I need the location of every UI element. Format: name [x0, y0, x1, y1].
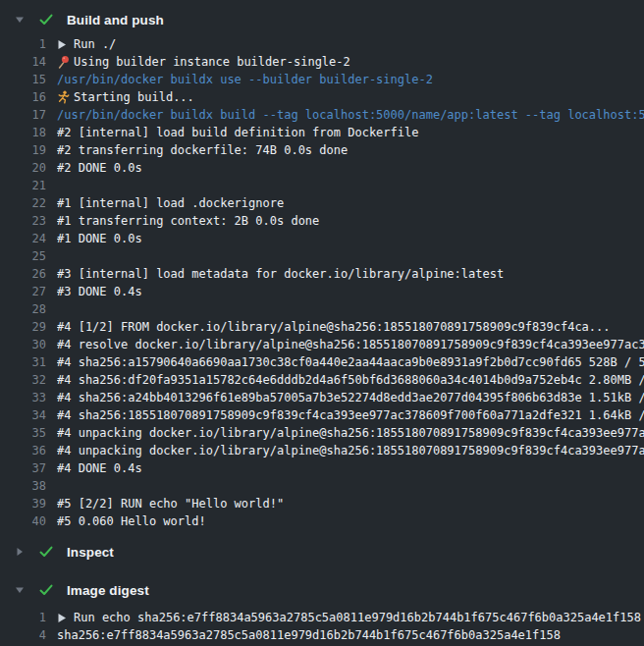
section-header-inspect[interactable]: Inspect [0, 541, 644, 563]
log-line-body: #4 DONE 0.4s [57, 459, 644, 477]
section-header-build-and-push[interactable]: Build and push [0, 9, 644, 30]
log-line-body [57, 247, 644, 265]
log-text: #4 unpacking docker.io/library/alpine@sh… [57, 424, 644, 442]
line-number[interactable]: 32 [0, 371, 46, 389]
log-line: 27 #3 DONE 0.4s [0, 283, 644, 300]
success-check-icon [38, 544, 54, 560]
log-line: 39 #5 [2/2] RUN echo "Hello world!" [0, 495, 644, 512]
pushpin-icon [57, 55, 74, 69]
log-line-body: Starting build... [57, 88, 644, 106]
log-line-body: Run echo sha256:e7ff8834a5963a2785c5a081… [57, 609, 644, 626]
log-line: 23 #1 transferring context: 2B 0.0s done [0, 212, 644, 230]
log-text: #4 resolve docker.io/library/alpine@sha2… [57, 336, 644, 353]
chevron-right-icon[interactable] [15, 547, 25, 557]
line-number[interactable]: 4 [0, 626, 46, 644]
section-title: Build and push [67, 13, 164, 27]
log-line-body: /usr/bin/docker buildx use --builder bui… [57, 71, 644, 88]
success-check-icon [38, 582, 54, 598]
line-number[interactable]: 21 [0, 177, 46, 194]
section-header-image-digest[interactable]: Image digest [0, 579, 644, 601]
line-number[interactable]: 26 [0, 265, 46, 283]
line-number[interactable]: 25 [0, 247, 46, 265]
line-number[interactable]: 31 [0, 353, 46, 371]
line-number[interactable]: 34 [0, 406, 46, 424]
line-number[interactable]: 35 [0, 424, 46, 442]
line-number[interactable]: 38 [0, 477, 46, 495]
log-line-body: #4 sha256:185518070891758909c9f839cf4ca3… [57, 406, 644, 424]
log-line: 18 #2 [internal] load build definition f… [0, 124, 644, 141]
log-line: 16 Starting build... [0, 88, 644, 106]
log-line: 29 #4 [1/2] FROM docker.io/library/alpin… [0, 318, 644, 336]
log-text: #4 sha256:a24bb4013296f61e89ba57005a7b3e… [57, 389, 644, 406]
log-text: #3 [internal] load metadata for docker.i… [57, 265, 504, 283]
line-number[interactable]: 33 [0, 389, 46, 406]
line-number[interactable]: 40 [0, 512, 46, 530]
section-title: Inspect [67, 545, 114, 560]
log-line-body: Run ./ [57, 35, 644, 53]
play-icon[interactable] [57, 613, 74, 623]
line-number[interactable]: 18 [0, 124, 46, 141]
line-number[interactable]: 20 [0, 159, 46, 177]
log-line-body: #1 DONE 0.0s [57, 230, 644, 247]
line-number[interactable]: 28 [0, 300, 46, 318]
log-line-body: #5 [2/2] RUN echo "Hello world!" [57, 495, 644, 512]
log-line: 36 #4 unpacking docker.io/library/alpine… [0, 442, 644, 459]
line-number[interactable]: 17 [0, 106, 46, 124]
log-line-body: #4 resolve docker.io/library/alpine@sha2… [57, 336, 644, 353]
log-text: #4 sha256:df20fa9351a15782c64e6dddb2d4a6… [57, 371, 644, 389]
chevron-down-icon[interactable] [15, 585, 25, 595]
actions-log-pane: Build and push 1 Run ./ 14 Using builder… [0, 9, 644, 646]
line-number[interactable]: 24 [0, 230, 46, 247]
log-text: #1 DONE 0.0s [57, 230, 142, 247]
log-text: #2 [internal] load build definition from… [57, 124, 418, 141]
line-number[interactable]: 29 [0, 318, 46, 336]
log-line: 15 /usr/bin/docker buildx use --builder … [0, 71, 644, 88]
log-line: 21 [0, 177, 644, 194]
log-line-body: #5 0.060 Hello world! [57, 512, 644, 530]
log-line: 35 #4 unpacking docker.io/library/alpine… [0, 424, 644, 442]
log-line: 17 /usr/bin/docker buildx build --tag lo… [0, 106, 644, 124]
log-line: 24 #1 DONE 0.0s [0, 230, 644, 247]
log-line-body: #4 sha256:a15790640a6690aa1730c38cf0a440… [57, 353, 644, 371]
log-text: #5 0.060 Hello world! [57, 512, 206, 530]
log-line-body [57, 300, 644, 318]
line-number[interactable]: 1 [0, 35, 46, 53]
line-number[interactable]: 39 [0, 495, 46, 512]
log-text: #2 transferring dockerfile: 74B 0.0s don… [57, 141, 348, 159]
log-line-body: #1 transferring context: 2B 0.0s done [57, 212, 644, 230]
log-line: 33 #4 sha256:a24bb4013296f61e89ba57005a7… [0, 389, 644, 406]
log-line-body [57, 177, 644, 194]
line-number[interactable]: 22 [0, 194, 46, 212]
log-text: sha256:e7ff8834a5963a2785c5a0811e979d16b… [57, 626, 561, 644]
line-number[interactable]: 1 [0, 609, 46, 626]
log-line: 30 #4 resolve docker.io/library/alpine@s… [0, 336, 644, 353]
log-line-body: #2 [internal] load build definition from… [57, 124, 644, 141]
log-text: #4 [1/2] FROM docker.io/library/alpine@s… [57, 318, 611, 336]
log-line-body: #3 DONE 0.4s [57, 283, 644, 300]
log-line: 40 #5 0.060 Hello world! [0, 512, 644, 530]
log-line: 38 [0, 477, 644, 495]
play-icon[interactable] [57, 39, 74, 50]
chevron-down-icon[interactable] [15, 15, 25, 25]
log-text: Run ./ [74, 35, 116, 53]
line-number[interactable]: 37 [0, 459, 46, 477]
log-line: 22 #1 [internal] load .dockerignore [0, 194, 644, 212]
line-number[interactable]: 36 [0, 442, 46, 459]
line-number[interactable]: 27 [0, 283, 46, 300]
line-number[interactable]: 15 [0, 71, 46, 88]
log-text: Starting build... [74, 88, 194, 106]
log-line: 19 #2 transferring dockerfile: 74B 0.0s … [0, 141, 644, 159]
line-number[interactable]: 16 [0, 88, 46, 106]
log-line: 37 #4 DONE 0.4s [0, 459, 644, 477]
line-number[interactable]: 23 [0, 212, 46, 230]
log-line: 1 Run echo sha256:e7ff8834a5963a2785c5a0… [0, 609, 644, 626]
line-number[interactable]: 14 [0, 53, 46, 71]
runner-icon [57, 90, 74, 104]
log-line: 1 Run ./ [0, 35, 644, 53]
log-text: #5 [2/2] RUN echo "Hello world!" [57, 495, 284, 512]
log-line: 26 #3 [internal] load metadata for docke… [0, 265, 644, 283]
line-number[interactable]: 19 [0, 141, 46, 159]
line-number[interactable]: 30 [0, 336, 46, 353]
log-text: Run echo sha256:e7ff8834a5963a2785c5a081… [74, 609, 641, 626]
log-text: #4 sha256:a15790640a6690aa1730c38cf0a440… [57, 353, 644, 371]
